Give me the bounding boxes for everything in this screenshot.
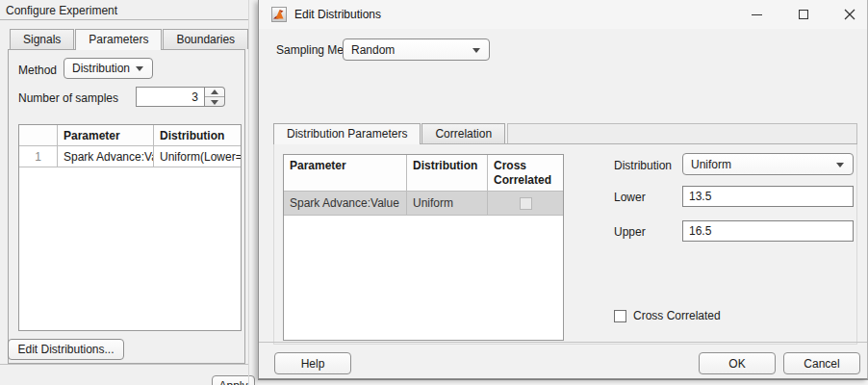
edit-distributions-button[interactable]: Edit Distributions... (8, 339, 124, 360)
footer-separator (259, 342, 867, 343)
panel-right-edge (248, 0, 249, 385)
tab-correlation[interactable]: Correlation (421, 123, 505, 143)
method-dropdown-value: Distribution (72, 62, 130, 75)
edit-distributions-dialog: Edit Distributions Sampling Method Rando… (258, 0, 868, 379)
maximize-icon (799, 10, 808, 19)
table-row-selected[interactable]: Spark Advance:Value Uniform (284, 192, 563, 216)
panel-bottom-separator (0, 364, 248, 365)
header-cell-cross-correlated: Cross Correlated (488, 155, 563, 192)
sampling-method-dropdown[interactable]: Random (343, 38, 490, 61)
help-button[interactable]: Help (274, 352, 351, 374)
matlab-logo-icon (271, 7, 287, 22)
ok-button[interactable]: OK (699, 352, 776, 374)
tab-signals[interactable]: Signals (10, 29, 74, 49)
minimize-icon (752, 14, 762, 15)
table-empty-area (284, 216, 563, 340)
cross-correlated-cell (488, 192, 563, 216)
sampling-method-value: Random (351, 43, 395, 57)
header-cell-parameter: Parameter (284, 155, 407, 192)
parameter-cell: Spark Advance:Va (58, 146, 154, 167)
upper-label: Upper (614, 225, 646, 239)
left-tab-bar: Signals Parameters Boundaries (10, 29, 249, 49)
chevron-up-icon (211, 90, 218, 94)
header-cell-num (19, 125, 58, 146)
cancel-button[interactable]: Cancel (783, 352, 860, 374)
chevron-down-icon (211, 100, 218, 105)
distribution-label: Distribution (614, 159, 672, 172)
cross-correlated-option[interactable]: Cross Correlated (614, 309, 721, 322)
header-cell-distribution: Distribution (407, 155, 488, 192)
distribution-dropdown-value: Uniform (691, 158, 731, 171)
tab-parameters[interactable]: Parameters (75, 29, 162, 50)
header-cell-distribution: Distribution (154, 125, 241, 146)
table-empty-area (19, 167, 241, 330)
close-button[interactable] (828, 0, 868, 29)
dialog-title: Edit Distributions (294, 8, 381, 21)
table-row[interactable]: 1 Spark Advance:Va Uniform(Lower=13 (19, 146, 241, 167)
configure-experiment-panel: Configure Experiment Signals Parameters … (0, 0, 259, 385)
parameters-table: Parameter Distribution 1 Spark Advance:V… (18, 124, 242, 331)
distribution-dropdown[interactable]: Uniform (682, 153, 854, 175)
tab-bar-filler (507, 123, 857, 143)
tab-distribution-parameters[interactable]: Distribution Parameters (273, 123, 421, 144)
cross-correlated-row-checkbox (520, 197, 532, 210)
cross-correlated-checkbox[interactable] (614, 310, 626, 322)
samples-label: Number of samples (18, 91, 118, 105)
method-label: Method (18, 64, 57, 77)
close-icon (844, 9, 855, 20)
samples-stepper (205, 87, 225, 107)
table-header-row: Parameter Distribution (19, 125, 241, 146)
maximize-button[interactable] (781, 0, 825, 29)
header-cell-parameter: Parameter (58, 125, 154, 146)
panel-title: Configure Experiment (6, 4, 117, 17)
upper-field[interactable] (682, 220, 854, 242)
spinner-down-button[interactable] (205, 97, 224, 107)
dialog-titlebar[interactable]: Edit Distributions (259, 0, 867, 29)
lower-label: Lower (614, 191, 646, 204)
parameters-tab-pane: Method Distribution Number of samples 3 … (8, 49, 245, 364)
underlying-window-strip (258, 379, 868, 385)
table-header-row: Parameter Distribution Cross Correlated (284, 155, 563, 192)
spinner-up-button[interactable] (205, 88, 224, 97)
cross-correlated-label: Cross Correlated (633, 309, 721, 322)
row-number-cell: 1 (19, 146, 58, 167)
lower-field[interactable] (682, 186, 854, 207)
minimize-button[interactable] (735, 0, 779, 29)
tab-boundaries[interactable]: Boundaries (163, 29, 248, 49)
distribution-cell: Uniform (407, 192, 488, 216)
distribution-cell: Uniform(Lower=13 (154, 146, 241, 167)
title-separator (0, 19, 248, 20)
distributions-table: Parameter Distribution Cross Correlated … (283, 154, 564, 341)
chevron-down-icon (136, 66, 143, 71)
parameter-cell: Spark Advance:Value (284, 192, 407, 216)
chevron-down-icon (836, 163, 844, 167)
dialog-tab-bar: Distribution Parameters Correlation (273, 123, 857, 144)
chevron-down-icon (472, 48, 480, 53)
method-dropdown[interactable]: Distribution (64, 58, 153, 79)
samples-input[interactable]: 3 (136, 87, 205, 107)
